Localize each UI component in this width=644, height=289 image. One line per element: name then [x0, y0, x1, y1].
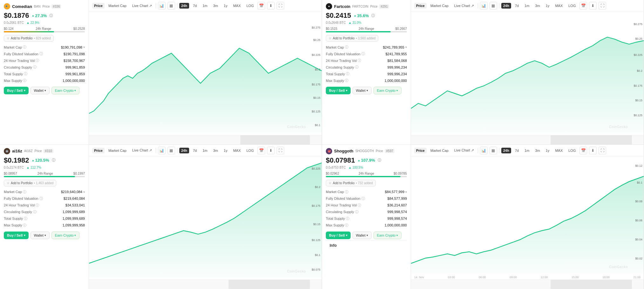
ai16z-range: $0.08957 24h Range $0.1997	[4, 172, 85, 177]
shoggoth-max-btn[interactable]: MAX	[553, 148, 565, 153]
comedian-candlestick-btn[interactable]: 📊	[158, 2, 166, 10]
shoggoth-download-btn[interactable]: ⬇	[589, 147, 597, 154]
comedian-price-tab[interactable]: Price	[92, 3, 105, 9]
shoggoth-expand-btn[interactable]: ⛶	[599, 147, 606, 154]
fartcoin-candlestick-btn[interactable]: 📊	[480, 2, 488, 10]
shoggoth-wallet-btn[interactable]: Wallet ▾	[353, 232, 372, 239]
ai16z-scrollbar[interactable]	[89, 279, 322, 289]
comedian-portfolio-btn[interactable]: ☆ Add to Portfolio • 829 added	[4, 35, 54, 42]
fartcoin-wallet-btn[interactable]: Wallet ▾	[353, 87, 372, 94]
shoggoth-7d-btn[interactable]: 7d	[513, 148, 521, 153]
fartcoin-max-btn[interactable]: MAX	[553, 3, 565, 9]
comedian-calendar-btn[interactable]: 📅	[257, 2, 265, 10]
comedian-earn-btn[interactable]: Earn Crypto ▾	[51, 87, 80, 94]
ai16z-24h-btn[interactable]: 24h	[179, 148, 189, 153]
comedian-livechart-btn[interactable]: Live Chart ↗	[130, 3, 154, 9]
comedian-24h-btn[interactable]: 24h	[179, 3, 189, 9]
ai16z-expand-btn[interactable]: ⛶	[277, 147, 284, 154]
fartcoin-chart-type-btn[interactable]: ▦	[490, 2, 497, 10]
fartcoin-buy-btn[interactable]: Buy / Sell ▾	[326, 87, 351, 94]
ai16z-livechart-btn[interactable]: Live Chart ↗	[130, 147, 154, 153]
fartcoin-24h-btn[interactable]: 24h	[501, 3, 511, 9]
ai16z-price-label-175: $0.175	[312, 204, 320, 207]
ai16z-price-tab[interactable]: Price	[92, 148, 105, 153]
fartcoin-price-tab[interactable]: Price	[414, 3, 427, 9]
shoggoth-calendar-btn[interactable]: 📅	[579, 147, 587, 154]
shoggoth-24h-btn[interactable]: 24h	[501, 148, 511, 153]
fartcoin-expand-btn[interactable]: ⛶	[599, 2, 606, 10]
ai16z-download-btn[interactable]: ⬇	[267, 147, 275, 154]
price-label-175: $0.175	[312, 83, 320, 86]
shoggoth-livechart-btn[interactable]: Live Chart ↗	[452, 147, 476, 153]
ai16z-1y-btn[interactable]: 1y	[222, 148, 230, 153]
ai16z-buy-btn[interactable]: Buy / Sell ▾	[4, 232, 29, 239]
fartcoin-calendar-btn[interactable]: 📅	[579, 2, 587, 10]
fartcoin-name: Fartcoin	[334, 4, 350, 9]
comedian-max-btn[interactable]: MAX	[231, 3, 243, 9]
ai16z-price-value: $0.1982	[4, 156, 29, 165]
fartcoin-livechart-btn[interactable]: Live Chart ↗	[452, 3, 476, 9]
shoggoth-info-icon[interactable]: ⓘ	[378, 158, 381, 163]
fartcoin-watermark: CoinGecko	[609, 125, 628, 129]
ai16z-wallet-btn[interactable]: Wallet ▾	[31, 232, 50, 239]
fartcoin-price: $0.2415 35.6% ⓘ	[326, 11, 407, 20]
shoggoth-3m-btn[interactable]: 3m	[533, 148, 542, 153]
fartcoin-scrollbar[interactable]	[411, 135, 644, 144]
fartcoin-portfolio-btn[interactable]: ☆ Add to Portfolio • 3,560 added	[326, 35, 378, 42]
fartcoin-marketcap-tab[interactable]: Market Cap	[428, 3, 450, 9]
comedian-scrollbar[interactable]	[89, 135, 322, 144]
ai16z-price-label-225: $0.225	[312, 167, 320, 170]
ai16z-earn-btn[interactable]: Earn Crypto ▾	[51, 232, 80, 239]
comedian-marketcap-tab[interactable]: Market Cap	[106, 3, 128, 9]
comedian-1y-btn[interactable]: 1y	[222, 3, 230, 9]
comedian-chart-type-btn[interactable]: ▦	[168, 2, 175, 10]
shoggoth-scrollbar[interactable]	[411, 279, 644, 289]
fartcoin-3m-btn[interactable]: 3m	[533, 3, 542, 9]
fartcoin-download-btn[interactable]: ⬇	[589, 2, 597, 10]
shoggoth-toolbar: Price Market Cap Live Chart ↗ 📊 ▦ 24h 7d…	[411, 145, 644, 157]
shoggoth-buy-btn[interactable]: Buy / Sell ▾	[326, 232, 351, 239]
shoggoth-marketcap-tab[interactable]: Market Cap	[428, 148, 450, 153]
ai16z-3m-btn[interactable]: 3m	[211, 148, 220, 153]
shoggoth-portfolio-btn[interactable]: ☆ Add to Portfolio • 732 added	[326, 180, 376, 186]
fartcoin-chart: $0.275 $0.25 $0.225 $0.2 $0.175 $0.15 $0…	[411, 12, 644, 135]
ai16z-max-btn[interactable]: MAX	[231, 148, 243, 153]
comedian-7d-btn[interactable]: 7d	[191, 3, 199, 9]
ai16z-7d-btn[interactable]: 7d	[191, 148, 199, 153]
shoggoth-1y-btn[interactable]: 1y	[544, 148, 552, 153]
ai16z-portfolio-btn[interactable]: ☆ Add to Portfolio • 1,463 added	[4, 180, 56, 186]
fartcoin-earn-btn[interactable]: Earn Crypto ▾	[373, 87, 402, 94]
comedian-range: $0.124 24h Range $0.2528	[4, 27, 85, 32]
shoggoth-price-tab[interactable]: Price	[414, 148, 427, 153]
ai16z-candlestick-btn[interactable]: 📊	[158, 147, 166, 154]
comedian-1m-btn[interactable]: 1m	[201, 3, 209, 9]
ai16z-info-icon[interactable]: ⓘ	[52, 158, 55, 163]
comedian-actions: Buy / Sell ▾ Wallet ▾ Earn Crypto ▾	[4, 87, 85, 94]
shoggoth-chart-type-btn[interactable]: ▦	[490, 147, 497, 154]
ai16z-marketcap-tab[interactable]: Market Cap	[106, 148, 128, 153]
comedian-expand-btn[interactable]: ⛶	[277, 2, 284, 10]
fartcoin-1m-btn[interactable]: 1m	[523, 3, 531, 9]
comedian-3m-btn[interactable]: 3m	[211, 3, 220, 9]
comedian-wallet-btn[interactable]: Wallet ▾	[31, 87, 50, 94]
fartcoin-log-btn[interactable]: LOG	[566, 3, 578, 9]
fartcoin-price-value: $0.2415	[326, 11, 351, 20]
comedian-info-icon[interactable]: ⓘ	[49, 13, 53, 18]
fartcoin-7d-btn[interactable]: 7d	[513, 3, 521, 9]
shoggoth-earn-btn[interactable]: Earn Crypto ▾	[373, 232, 402, 239]
comedian-buy-btn[interactable]: Buy / Sell ▾	[4, 87, 29, 94]
shoggoth-log-btn[interactable]: LOG	[566, 148, 578, 153]
comedian-download-btn[interactable]: ⬇	[267, 2, 275, 10]
fartcoin-1y-btn[interactable]: 1y	[544, 3, 552, 9]
shoggoth-name: Shoggoth	[334, 149, 353, 153]
fartcoin-price-label-15: $0.15	[635, 99, 642, 102]
fartcoin-info-icon[interactable]: ⓘ	[371, 13, 375, 18]
shoggoth-candlestick-btn[interactable]: 📊	[480, 147, 488, 154]
comedian-log-btn[interactable]: LOG	[244, 3, 256, 9]
ai16z-chart-type-btn[interactable]: ▦	[168, 147, 175, 154]
ai16z-1m-btn[interactable]: 1m	[201, 148, 209, 153]
shoggoth-1m-btn[interactable]: 1m	[523, 148, 531, 153]
ai16z-calendar-btn[interactable]: 📅	[257, 147, 265, 154]
shoggoth-time-labels: 14. Nov 03:00 06:00 09:00 12:00 15:00 18…	[411, 275, 644, 279]
ai16z-log-btn[interactable]: LOG	[244, 148, 256, 153]
